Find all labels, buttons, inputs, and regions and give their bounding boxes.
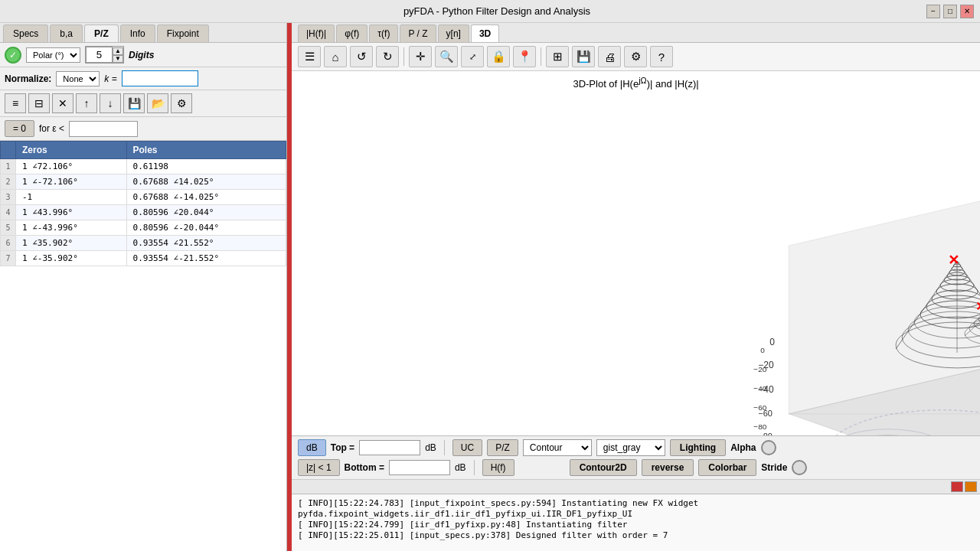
down-btn[interactable]: ↓ [100,93,121,113]
controls-row2: |z| < 1 Bottom = -80 dB H(f) Contour2D r… [298,459,974,476]
right-panel: |H(f)| φ(f) τ(f) P / Z y[n] 3D ☰ ⌂ ↺ ↻ ✛… [292,23,980,551]
reverse-button[interactable]: reverse [642,459,694,476]
separator1 [403,47,404,66]
tab-pz[interactable]: P/Z [84,24,119,42]
zero-value: 1 ∠-72.106° [16,174,127,190]
zero-value: -1 [16,190,127,205]
pole-value: 0.67688 ∠14.025° [126,174,286,190]
tab-ba[interactable]: b,a [50,24,83,42]
pole-value: 0.80596 ∠20.044° [126,205,286,220]
pole-value: 0.61198 [126,159,286,174]
pole-value: 0.67688 ∠-14.025° [126,190,286,205]
settings-btn[interactable]: ⚙ [171,93,192,113]
plot-tab-bar: |H(f)| φ(f) τ(f) P / Z y[n] 3D [292,23,980,43]
pz-toolbar: ✓ Polar (°) 5 ▲ ▼ Digits [0,43,286,67]
plot-area: 3D-Plot of |H(ejΩ)| and |H(z)| 0 −20 −40… [292,71,980,435]
table-btn[interactable]: ≡ [5,93,26,113]
pole-value: 0.93554 ∠21.552° [126,236,286,251]
print-button[interactable]: 🖨 [598,46,621,67]
menu-button[interactable]: ☰ [298,46,321,67]
redo-button[interactable]: ↻ [376,46,399,67]
epsilon-input[interactable]: 0.0001 [69,121,138,137]
epsilon-row: = 0 for ε < 0.0001 [0,117,286,141]
row-number: 6 [1,236,16,251]
tab-pz-plot[interactable]: P / Z [400,24,436,42]
lighting-button[interactable]: Lighting [670,439,726,456]
zero-value: 1 ∠-43.996° [16,220,127,236]
close-button[interactable]: ✕ [960,5,974,18]
lock-button[interactable]: 🔒 [487,46,510,67]
zero-value: 1 ∠43.996° [16,205,127,220]
eq-zero-button[interactable]: = 0 [5,120,34,137]
log-area: [ INFO][15:22:24.783] [input_fixpoint_sp… [292,494,980,551]
filter-btn[interactable]: ⊟ [28,93,50,113]
home-button[interactable]: ⌂ [324,46,347,67]
uc-button[interactable]: UC [452,439,482,456]
tab-hf[interactable]: |H(f)| [298,24,335,42]
row-number: 1 [1,159,16,174]
for-eps-label: for ε < [39,123,64,134]
colormap-select[interactable]: gist_gray [596,439,665,456]
abs-z-button[interactable]: |z| < 1 [298,459,340,476]
db-button[interactable]: dB [298,439,326,456]
left-tab-bar: Specs b,a P/Z Info Fixpoint [0,23,286,43]
digits-input[interactable]: 5 [86,47,113,63]
k-input[interactable]: 0.00174 [122,70,198,86]
zoom-button[interactable]: 🔍 [435,46,458,67]
colorbar-button[interactable]: Colorbar [698,459,756,476]
undo-button[interactable]: ↺ [350,46,373,67]
minimize-button[interactable]: − [926,5,940,18]
save-btn[interactable]: 💾 [123,93,145,113]
pole-value: 0.80596 ∠-20.044° [126,220,286,236]
main-layout: Specs b,a P/Z Info Fixpoint ✓ Polar (°) … [0,23,980,551]
normalize-label: Normalize: [5,73,51,84]
load-btn[interactable]: 📂 [147,93,168,113]
tab-3d[interactable]: 3D [471,24,499,42]
digits-down[interactable]: ▼ [113,55,123,63]
settings-plot-button[interactable]: ⚙ [624,46,647,67]
normalize-select[interactable]: None [56,71,100,86]
bottom-input[interactable]: -80 [389,460,450,475]
top-label: Top = [331,442,354,453]
top-input[interactable]: 12.04 [359,440,420,455]
stride-knob[interactable] [792,460,807,475]
save-plot-button[interactable]: 💾 [572,46,595,67]
table-row: 2 1 ∠-72.106° 0.67688 ∠14.025° [1,174,286,190]
bottom-unit: dB [455,462,466,473]
delete-btn[interactable]: ✕ [52,93,74,113]
zoom-out-button[interactable]: ⤢ [461,46,484,67]
separator2 [541,47,541,66]
tab-specs[interactable]: Specs [3,24,48,42]
polar-select[interactable]: Polar (°) [26,47,80,63]
tab-phi[interactable]: φ(f) [336,24,368,42]
poles-header: Poles [126,142,286,159]
tab-fixpoint[interactable]: Fixpoint [157,24,209,42]
tab-info[interactable]: Info [120,24,155,42]
up-btn[interactable]: ↑ [76,93,97,113]
alpha-knob[interactable] [761,440,776,455]
grid-button[interactable]: ⊞ [546,46,569,67]
pz-plot-button[interactable]: P/Z [487,439,518,456]
window-controls[interactable]: − □ ✕ [926,5,974,18]
hf-button[interactable]: H(f) [482,459,514,476]
tab-yn[interactable]: y[n] [438,24,469,42]
zero-value: 1 ∠72.106° [16,159,127,174]
ctrl-sep1 [444,440,445,455]
log-line: pyfda.fixpoint_widgets.iir_df1.iir_df1_p… [298,509,974,519]
log-line: [ INFO][15:22:24.799] [iir_df1_pyfixp.py… [298,520,974,530]
contour2d-button[interactable]: Contour2D [570,459,637,476]
zero-value: 1 ∠35.902° [16,236,127,251]
digits-up[interactable]: ▲ [113,47,123,55]
table-row: 5 1 ∠-43.996° 0.80596 ∠-20.044° [1,220,286,236]
top-unit: dB [425,442,436,453]
check-button[interactable]: ✓ [5,47,21,64]
tab-tau[interactable]: τ(f) [369,24,398,42]
svg-text:0: 0 [769,337,775,347]
contour-select[interactable]: Contour [523,439,592,456]
crosshair-button[interactable]: ✛ [409,46,432,67]
marker-button[interactable]: 📍 [513,46,536,67]
log-filter-button[interactable] [965,481,977,492]
help-button[interactable]: ? [650,46,673,67]
maximize-button[interactable]: □ [943,5,957,18]
log-clear-button[interactable] [951,481,963,492]
